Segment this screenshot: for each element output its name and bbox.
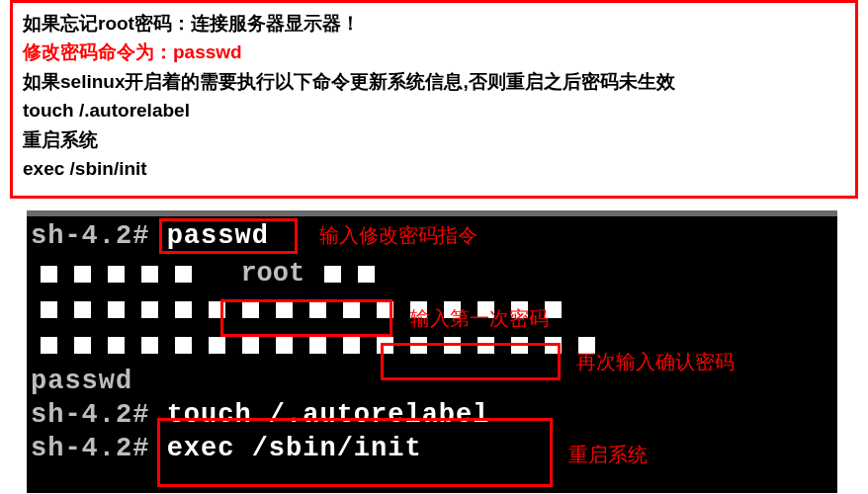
instruction-line-6: exec /sbin/init <box>23 154 845 183</box>
instruction-line-4: touch /.autorelabel <box>23 96 845 124</box>
annotation-confirm-pw: 再次输入确认密码 <box>576 349 735 375</box>
instruction-line-1: 如果忘记root密码：连接服务器显示器！ <box>23 9 845 38</box>
highlight-passwd-cmd <box>159 218 298 254</box>
prompt: sh-4.2# <box>31 221 167 251</box>
annotation-first-pw: 输入第一次密码 <box>410 305 549 332</box>
annotation-restart: 重启系统 <box>568 442 648 468</box>
terminal: sh-4.2# passwd root passwd sh-4.2# touch… <box>27 216 837 493</box>
highlight-restart-cmds <box>157 418 553 487</box>
prompt-3: sh-4.2# <box>31 434 167 463</box>
instruction-line-2: 修改密码命令为：passwd <box>23 38 845 66</box>
instruction-line-5: 重启系统 <box>23 125 845 154</box>
instruction-line-3: 如果selinux开启着的需要执行以下命令更新系统信息,否则重启之后密码未生效 <box>23 67 845 96</box>
terminal-screenshot: sh-4.2# passwd root passwd sh-4.2# touch… <box>27 210 841 493</box>
root-text: root <box>224 259 304 288</box>
highlight-confirm-password <box>381 343 561 380</box>
prompt-2: sh-4.2# <box>31 400 167 430</box>
instruction-box: 如果忘记root密码：连接服务器显示器！ 修改密码命令为：passwd 如果se… <box>10 0 858 199</box>
annotation-passwd: 输入修改密码指令 <box>319 222 477 249</box>
obscured-row-1: root <box>31 259 833 288</box>
highlight-first-password <box>220 299 392 337</box>
